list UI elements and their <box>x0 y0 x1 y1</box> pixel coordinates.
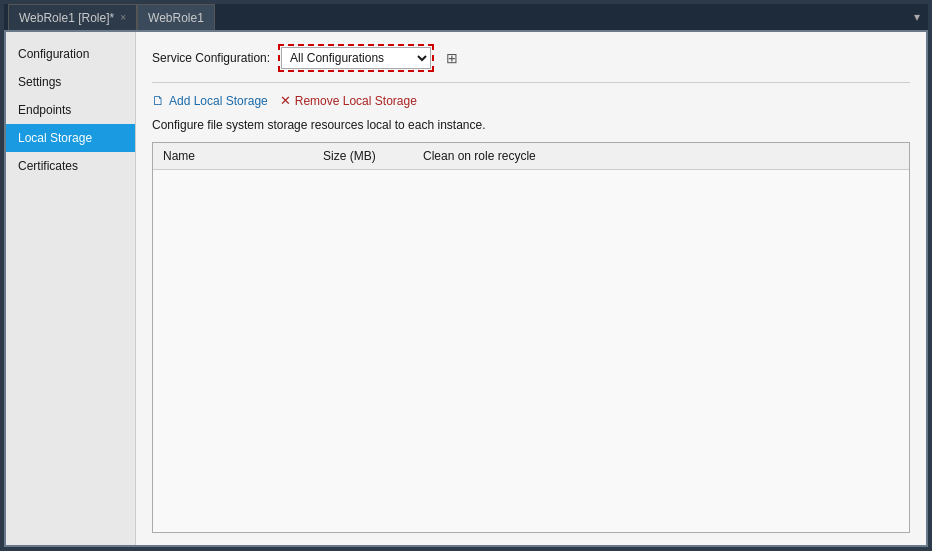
main-content: Configuration Settings Endpoints Local S… <box>4 30 928 547</box>
service-config-row: Service Configuration: All Configuration… <box>152 44 910 83</box>
sidebar-item-certificates-label: Certificates <box>18 159 78 173</box>
remove-local-storage-button[interactable]: ✕ Remove Local Storage <box>280 93 417 108</box>
service-config-select[interactable]: All Configurations Cloud Local <box>281 47 431 69</box>
app-frame: WebRole1 [Role]* × WebRole1 ▾ Configurat… <box>0 0 932 551</box>
title-bar: WebRole1 [Role]* × WebRole1 ▾ <box>4 4 928 30</box>
sidebar-item-settings-label: Settings <box>18 75 61 89</box>
chevron-icon[interactable]: ▾ <box>914 10 924 24</box>
sidebar-item-configuration-label: Configuration <box>18 47 89 61</box>
add-local-storage-button[interactable]: 🗋 Add Local Storage <box>152 93 268 108</box>
col-header-clean: Clean on role recycle <box>413 143 909 170</box>
tab-webrole1-role-close[interactable]: × <box>120 12 126 23</box>
storage-table: Name Size (MB) Clean on role recycle <box>153 143 909 170</box>
sidebar-item-local-storage-label: Local Storage <box>18 131 92 145</box>
sidebar-item-endpoints[interactable]: Endpoints <box>6 96 135 124</box>
tab-webrole1-role-label: WebRole1 [Role]* <box>19 11 114 25</box>
description-text: Configure file system storage resources … <box>152 118 910 132</box>
add-local-storage-icon: 🗋 <box>152 93 165 108</box>
tab-webrole1-role[interactable]: WebRole1 [Role]* × <box>8 4 137 30</box>
sidebar: Configuration Settings Endpoints Local S… <box>6 32 136 545</box>
content-area: Service Configuration: All Configuration… <box>136 32 926 545</box>
service-config-label: Service Configuration: <box>152 51 270 65</box>
col-header-size: Size (MB) <box>313 143 413 170</box>
tab-webrole1-label: WebRole1 <box>148 11 204 25</box>
remove-local-storage-icon: ✕ <box>280 93 291 108</box>
sidebar-item-certificates[interactable]: Certificates <box>6 152 135 180</box>
add-local-storage-label: Add Local Storage <box>169 94 268 108</box>
config-select-wrapper: All Configurations Cloud Local <box>278 44 434 72</box>
storage-table-wrapper: Name Size (MB) Clean on role recycle <box>152 142 910 533</box>
col-header-name: Name <box>153 143 313 170</box>
tab-webrole1[interactable]: WebRole1 <box>137 4 215 30</box>
sidebar-item-configuration[interactable]: Configuration <box>6 40 135 68</box>
table-header-row: Name Size (MB) Clean on role recycle <box>153 143 909 170</box>
remove-local-storage-label: Remove Local Storage <box>295 94 417 108</box>
sidebar-item-settings[interactable]: Settings <box>6 68 135 96</box>
toolbar-row: 🗋 Add Local Storage ✕ Remove Local Stora… <box>152 93 910 108</box>
sidebar-item-endpoints-label: Endpoints <box>18 103 71 117</box>
sidebar-item-local-storage[interactable]: Local Storage <box>6 124 135 152</box>
config-settings-icon[interactable]: ⊞ <box>446 50 458 66</box>
